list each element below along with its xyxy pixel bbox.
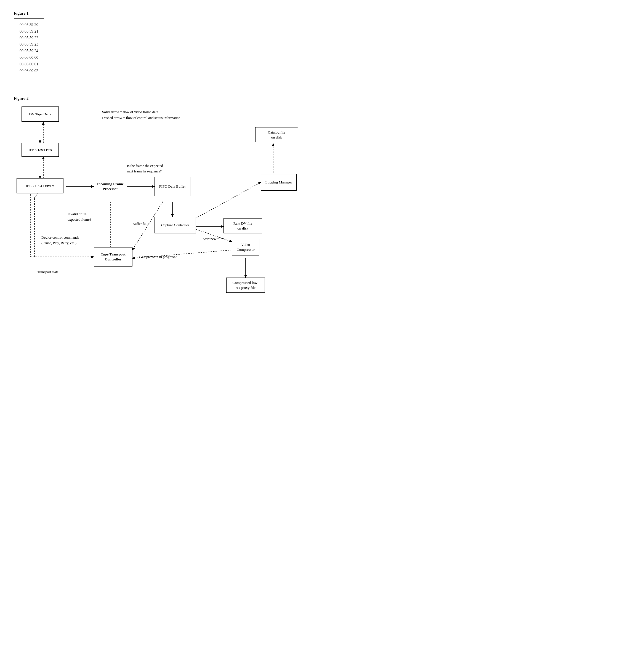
label-transport-state: Transport state xyxy=(37,269,73,275)
box-dv-tape-deck: DV Tape Deck xyxy=(22,107,59,122)
timecode-box: 00:05:59:20 00:05:59:21 00:05:59:22 00:0… xyxy=(14,19,44,77)
box-fifo-data-buffer: FIFO Data Buffer xyxy=(154,177,190,196)
box-raw-dv-file: Raw DV fileon disk xyxy=(223,218,262,233)
label-buffer-full: Buffer full? xyxy=(133,221,157,226)
box-logging-manager: Logging Manager xyxy=(261,174,297,191)
legend-line2: Dashed arrow = flow of control and statu… xyxy=(102,115,180,121)
label-is-frame-expected: Is the frame the expectednext frame in s… xyxy=(127,163,182,174)
figure2-section: Figure 2 xyxy=(14,96,308,319)
box-incoming-frame-processor: Incoming FrameProcessor xyxy=(94,177,127,196)
legend: Solid arrow = flow of video frame data D… xyxy=(102,109,180,121)
timecode-2: 00:05:59:21 xyxy=(20,28,38,35)
box-catalog-file: Catalog fileon disk xyxy=(255,127,298,142)
figure1-label: Figure 1 xyxy=(14,11,308,16)
timecode-5: 00:05:59:24 xyxy=(20,48,38,55)
timecode-7: 00:06:00:01 xyxy=(20,61,38,68)
box-compressed-file: Compressed low-res proxy file xyxy=(226,278,265,293)
legend-line1: Solid arrow = flow of video frame data xyxy=(102,109,180,115)
timecode-1: 00:05:59:20 xyxy=(20,22,38,28)
box-ieee1394-bus: IEEE 1394 Bus xyxy=(22,143,59,157)
label-device-control: Device control commands(Pause, Play, Ret… xyxy=(41,235,94,246)
timecode-3: 00:05:59:22 xyxy=(20,35,38,41)
timecode-4: 00:05:59:23 xyxy=(20,41,38,48)
box-ieee1394-drivers: IEEE 1394 Drivers xyxy=(16,178,64,193)
diagram-container: Solid arrow = flow of video frame data D… xyxy=(14,104,306,319)
box-tape-transport-controller: Tape TransportController xyxy=(94,247,133,266)
box-video-compressor: Video Compressor xyxy=(232,239,259,255)
timecode-6: 00:06:00:00 xyxy=(20,55,38,61)
label-start-new-file: Start new file? xyxy=(203,236,230,242)
figure2-label: Figure 2 xyxy=(14,96,308,101)
svg-line-10 xyxy=(193,182,261,220)
label-compression-in-progress: Compression in progress? xyxy=(139,254,194,260)
box-capture-controller: Capture Controller xyxy=(154,217,196,233)
timecode-8: 00:06:00:02 xyxy=(20,68,38,74)
label-invalid-frame: Invalid or un-expected frame? xyxy=(68,211,106,222)
figure1-section: Figure 1 00:05:59:20 00:05:59:21 00:05:5… xyxy=(14,11,308,88)
